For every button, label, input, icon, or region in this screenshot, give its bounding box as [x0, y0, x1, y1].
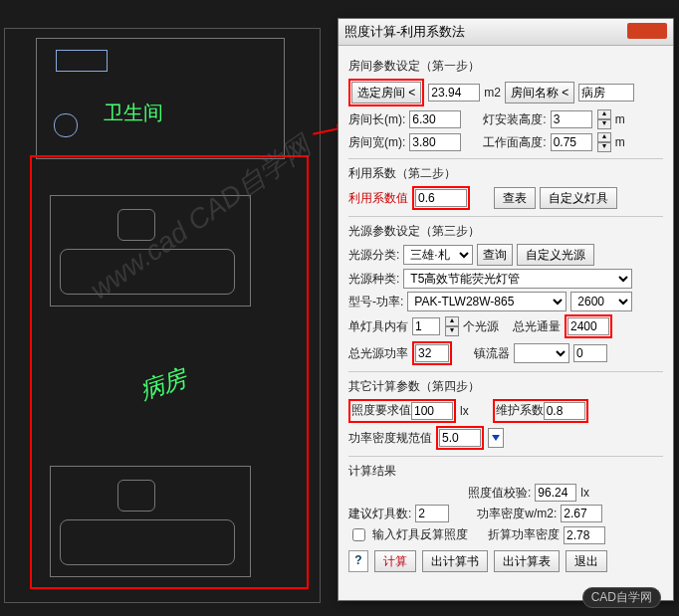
illum-check-output — [535, 484, 576, 502]
lamp-height-label: 灯安装高度: — [483, 111, 546, 128]
lux-unit: lx — [580, 486, 589, 500]
model-power-label: 型号-功率: — [348, 294, 403, 310]
power-density-output — [561, 505, 602, 522]
footer-badge: CAD自学网 — [582, 587, 661, 608]
density-input[interactable] — [439, 429, 481, 447]
exit-button[interactable]: 退出 — [566, 550, 607, 572]
coef-input[interactable] — [415, 189, 467, 207]
section-step4: 其它计算参数（第四步） 照度要求值 lx 维护系数 功率密度规范值 — [348, 378, 663, 450]
cad-bed-detail — [60, 519, 235, 565]
source-kind-select[interactable]: T5高效节能荧光灯管 — [403, 269, 632, 289]
per-lamp-spinner[interactable]: ▴▾ — [445, 316, 459, 336]
maint-input[interactable] — [544, 402, 585, 420]
query-button[interactable]: 查询 — [477, 244, 513, 266]
room-name-button[interactable]: 房间名称 < — [505, 82, 574, 103]
room-area-input[interactable] — [428, 84, 480, 102]
coef-label: 利用系数值 — [348, 190, 408, 207]
inverse-calc-checkbox[interactable] — [352, 528, 365, 541]
conv-density-output — [564, 526, 605, 544]
source-kind-label: 光源种类: — [348, 271, 399, 288]
per-lamp-suffix: 个光源 — [463, 318, 499, 335]
help-button[interactable]: ? — [348, 550, 368, 572]
inverse-calc-label: 输入灯具反算照度 — [372, 526, 468, 543]
calculate-button[interactable]: 计算 — [374, 550, 416, 572]
total-power-input[interactable] — [415, 344, 449, 362]
illum-req-label: 照度要求值 — [351, 402, 411, 420]
section-results: 计算结果 照度值校验: lx 建议灯具数: 功率密度w/m2: 输入灯具反算照度… — [348, 463, 663, 544]
area-unit: m2 — [484, 86, 501, 100]
conv-density-label: 折算功率密度 — [488, 526, 560, 543]
power-density-label: 功率密度w/m2: — [477, 506, 557, 522]
section-title: 利用系数（第二步） — [348, 165, 663, 182]
unit-label: m — [615, 135, 625, 149]
suggest-count-output — [415, 505, 449, 522]
illum-req-input[interactable] — [411, 402, 453, 420]
total-power-label: 总光源功率 — [348, 345, 408, 362]
titlebar[interactable]: 照度计算-利用系数法 — [339, 19, 673, 46]
section-title: 其它计算参数（第四步） — [348, 378, 663, 395]
unit-label: m — [615, 112, 625, 126]
custom-source-button[interactable]: 自定义光源 — [517, 244, 594, 266]
cad-fixture — [54, 113, 78, 137]
per-lamp-input[interactable] — [412, 317, 440, 335]
work-height-label: 工作面高度: — [483, 134, 546, 151]
cad-room-label-bathroom: 卫生间 — [104, 100, 163, 126]
source-category-label: 光源分类: — [348, 247, 399, 264]
custom-lamp-button[interactable]: 自定义灯具 — [540, 187, 617, 209]
source-category-select[interactable]: 三雄·札 — [403, 245, 473, 265]
illuminance-dialog: 照度计算-利用系数法 房间参数设定（第一步） 选定房间 < m2 房间名称 < … — [338, 18, 674, 601]
close-icon[interactable] — [627, 23, 667, 39]
section-title: 房间参数设定（第一步） — [348, 58, 663, 75]
density-dropdown-icon[interactable] — [488, 428, 504, 448]
cad-fixture — [56, 50, 108, 72]
cad-pillow — [117, 480, 155, 512]
total-flux-label: 总光通量 — [513, 318, 561, 335]
section-title: 光源参数设定（第三步） — [348, 223, 663, 240]
room-name-input[interactable] — [578, 84, 634, 102]
section-step1: 房间参数设定（第一步） 选定房间 < m2 房间名称 < 房间长(m): 灯安装… — [348, 58, 663, 152]
lamp-height-input[interactable] — [551, 110, 592, 128]
suggest-count-label: 建议灯具数: — [348, 506, 411, 522]
room-length-input[interactable] — [409, 110, 461, 128]
dialog-title: 照度计算-利用系数法 — [344, 23, 465, 41]
select-room-button[interactable]: 选定房间 < — [351, 82, 421, 103]
section-title: 计算结果 — [348, 463, 663, 480]
lux-unit: lx — [460, 404, 469, 418]
model-power-select[interactable]: 2600 — [570, 292, 632, 311]
ballast-select[interactable] — [514, 343, 569, 363]
section-step2: 利用系数（第二步） 利用系数值 查表 自定义灯具 — [348, 165, 663, 210]
ballast-value-input[interactable] — [573, 344, 607, 362]
ballast-label: 镇流器 — [474, 345, 510, 362]
section-step3: 光源参数设定（第三步） 光源分类: 三雄·札 查询 自定义光源 光源种类: T5… — [348, 223, 663, 365]
room-length-label: 房间长(m): — [348, 111, 405, 128]
room-width-label: 房间宽(m): — [348, 134, 405, 151]
maint-label: 维护系数 — [496, 402, 544, 420]
model-select[interactable]: PAK-TLW28W-865 — [407, 292, 566, 311]
density-label: 功率密度规范值 — [348, 430, 432, 447]
illum-check-label: 照度值校验: — [468, 485, 531, 502]
total-flux-input[interactable] — [567, 317, 609, 335]
output-table-button[interactable]: 出计算表 — [494, 550, 560, 572]
lamp-height-spinner[interactable]: ▴▾ — [597, 109, 611, 129]
per-lamp-label: 单灯具内有 — [348, 318, 408, 335]
room-width-input[interactable] — [409, 133, 461, 151]
output-sheet-button[interactable]: 出计算书 — [422, 550, 488, 572]
work-height-input[interactable] — [551, 133, 592, 151]
work-height-spinner[interactable]: ▴▾ — [597, 132, 611, 152]
lookup-table-button[interactable]: 查表 — [494, 187, 536, 209]
